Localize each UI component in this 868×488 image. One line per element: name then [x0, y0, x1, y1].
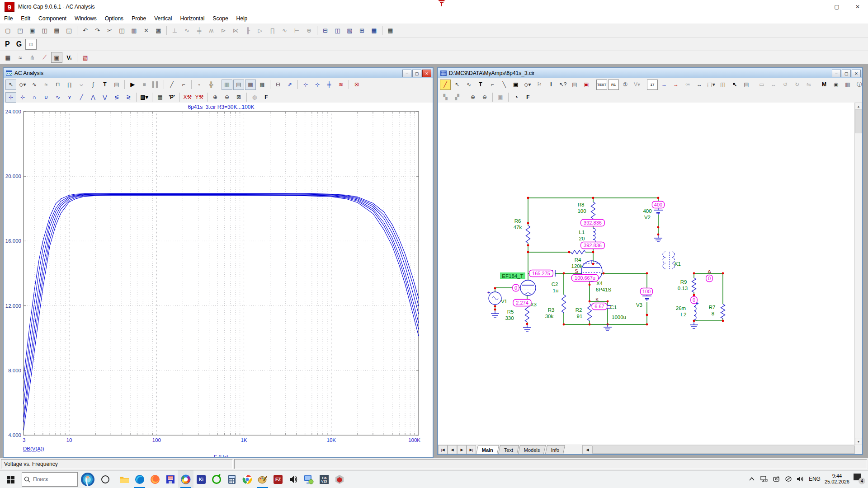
plot-panel[interactable]: 6p41s_3.cir R3=30K...100K24.00020.00016.… — [4, 103, 433, 457]
schematic-canvas[interactable]: EF184_TR8100R647kL120R4120k400V2K1C21uV1… — [438, 103, 855, 445]
zoom-out-icon[interactable]: ⊖ — [479, 92, 490, 103]
clipboard-icon[interactable]: ▤ — [569, 80, 580, 90]
flag-mode-icon[interactable]: ⚐ — [534, 80, 545, 90]
go-to-valley-icon[interactable]: ∪ — [41, 92, 52, 103]
sine-source-icon[interactable]: ∿ — [279, 25, 290, 36]
fet-component-icon[interactable]: ╟ — [242, 25, 254, 36]
zoom-in-icon[interactable]: ⊕ — [467, 92, 478, 103]
menu-file[interactable]: File — [0, 14, 17, 23]
taskbar-search[interactable] — [22, 472, 78, 487]
f-key-icon[interactable]: F — [523, 92, 533, 103]
tag-left-icon[interactable]: ⊹ — [312, 80, 323, 90]
cascade-windows-icon[interactable]: ▧ — [344, 25, 355, 36]
box-select-icon[interactable]: ▣ — [495, 92, 506, 103]
ac-minimize-button[interactable]: – — [402, 70, 411, 77]
cursor-left-icon[interactable]: ⊹ — [5, 92, 16, 103]
stop-icon[interactable]: ■ — [139, 80, 150, 90]
data-points-icon[interactable]: ▫ — [194, 80, 205, 90]
fourier-icon[interactable]: ∫ — [88, 80, 99, 90]
stretch-icon[interactable]: ↔ — [768, 80, 779, 90]
network-icon[interactable] — [760, 475, 768, 483]
screwdriver-tool-icon[interactable]: ⟋ — [39, 52, 50, 63]
menu-help[interactable]: Help — [232, 14, 252, 23]
info-circle-icon[interactable]: ⓘ — [854, 80, 865, 90]
last-page-button[interactable]: ▶| — [467, 445, 476, 454]
waveform-list-icon[interactable]: ≈ — [14, 52, 26, 63]
split-windows-icon[interactable]: ⊞ — [356, 25, 368, 36]
zoom-in-icon[interactable]: ⊕ — [210, 92, 221, 103]
tab-main[interactable]: Main — [476, 445, 499, 454]
schematic-horizontal-scrollbar[interactable]: ◀ — [582, 445, 855, 454]
mirror-icon[interactable]: ⇋ — [803, 80, 814, 90]
point-select-icon[interactable]: ↖ — [729, 80, 740, 90]
go-to-envelope-icon[interactable]: ≷ — [123, 92, 134, 103]
color-cube-icon[interactable]: ▧▾ — [139, 92, 150, 103]
menu-options[interactable]: Options — [101, 14, 127, 23]
pattern-vertical-icon[interactable]: ▥ — [222, 80, 232, 90]
pattern-horizontal-icon[interactable]: ▤ — [233, 80, 244, 90]
copy-icon[interactable]: ◫ — [116, 25, 127, 36]
scroll-left-button[interactable]: ◀ — [583, 445, 592, 454]
menu-vertical[interactable]: Vertical — [150, 14, 176, 23]
screen-record-icon[interactable] — [772, 475, 780, 483]
select-all-icon[interactable]: ▩ — [153, 25, 164, 36]
line-tool-icon[interactable]: ╲ — [499, 80, 509, 90]
menu-scope[interactable]: Scope — [209, 14, 232, 23]
tile-vertical-icon[interactable]: ◫ — [332, 25, 343, 36]
close-circle-icon[interactable]: ⓧ — [866, 80, 868, 90]
save-icon[interactable]: ▣ — [27, 25, 38, 36]
scroll-up-button[interactable]: ▲ — [855, 103, 862, 110]
box-tool-icon[interactable]: ⊓ — [52, 80, 63, 90]
animate-icon[interactable]: ▧ — [80, 52, 91, 63]
scroll-down-button[interactable]: ▼ — [855, 438, 862, 445]
go-to-high-icon[interactable]: ⋀ — [88, 92, 99, 103]
y-scale-icon[interactable]: Y⚒ — [194, 92, 205, 103]
power-probe-icon[interactable]: → — [670, 80, 681, 90]
info-mode-icon[interactable]: i — [546, 80, 557, 90]
print-preview-icon[interactable]: ◲ — [63, 25, 75, 36]
wire-mode-icon[interactable]: ╱ — [440, 80, 451, 90]
pattern-dotted-icon[interactable]: ▦ — [245, 80, 256, 90]
taskbar-floppy-app-icon[interactable] — [163, 470, 178, 488]
menu-horizontal[interactable]: Horizontal — [176, 14, 209, 23]
resistor-component-icon[interactable]: ∿ — [181, 25, 193, 36]
taskbar-chrome-browser-icon[interactable] — [240, 470, 255, 488]
calculator-icon[interactable]: ▦ — [385, 25, 396, 36]
schematic-restore-button[interactable]: ▢ — [842, 70, 851, 77]
cursor-right-icon[interactable]: ⊹ — [17, 92, 28, 103]
minimize-button[interactable]: – — [806, 0, 826, 14]
x-scale-icon[interactable]: X⚒ — [182, 92, 193, 103]
numeric-output-icon[interactable]: ▦ — [155, 92, 165, 103]
zigzag-wire-icon[interactable]: ∿ — [463, 80, 474, 90]
split-plot-icon[interactable]: ⊟ — [273, 80, 283, 90]
run-icon[interactable]: ▶ — [127, 80, 138, 90]
cursor-mode-icon[interactable]: ⊹ — [300, 80, 311, 90]
select-mode-icon[interactable]: ↖ — [5, 80, 16, 90]
save-all-icon[interactable]: ◫ — [39, 25, 50, 36]
new-file-icon[interactable]: ▢ — [2, 25, 14, 36]
help-topics-icon[interactable]: ▥ — [842, 80, 853, 90]
stepping-icon[interactable]: ⋔ — [27, 52, 38, 63]
clock[interactable]: 9:44 25.02.2026 — [825, 473, 849, 485]
taskbar-file-explorer-icon[interactable] — [117, 470, 132, 488]
ground-component-icon[interactable]: ⊥ — [169, 25, 180, 36]
taskbar-color-wheel-app-icon[interactable] — [178, 470, 193, 488]
paste-icon[interactable]: ▥ — [128, 25, 140, 36]
transistor-component-icon[interactable]: ⋉ — [230, 25, 241, 36]
speaker-icon[interactable] — [797, 475, 805, 483]
condition-icon[interactable]: ON — [682, 80, 693, 90]
macro-component-icon[interactable]: ⊕ — [303, 25, 315, 36]
component-mode-icon[interactable]: ◇▾ — [17, 80, 28, 90]
capacitor-component-icon[interactable]: ╪ — [193, 25, 205, 36]
opamp-component-icon[interactable]: ▷ — [255, 25, 266, 36]
go-to-peak-icon[interactable]: ∩ — [29, 92, 40, 103]
components[interactable] — [489, 202, 725, 331]
ac-window-titlebar[interactable]: AC Analysis – ▢ ✕ — [4, 68, 433, 78]
envelope-icon[interactable]: ≋ — [335, 80, 346, 90]
text-mode-icon[interactable]: T — [475, 80, 486, 90]
info-box-icon[interactable]: ▣ — [510, 80, 521, 90]
component-dropdown-icon[interactable]: ◇▾ — [522, 80, 533, 90]
pin-names-icon[interactable]: V▾ — [632, 80, 642, 90]
p-mode-button[interactable]: P — [5, 40, 10, 48]
microphone-muted-icon[interactable] — [784, 475, 793, 483]
